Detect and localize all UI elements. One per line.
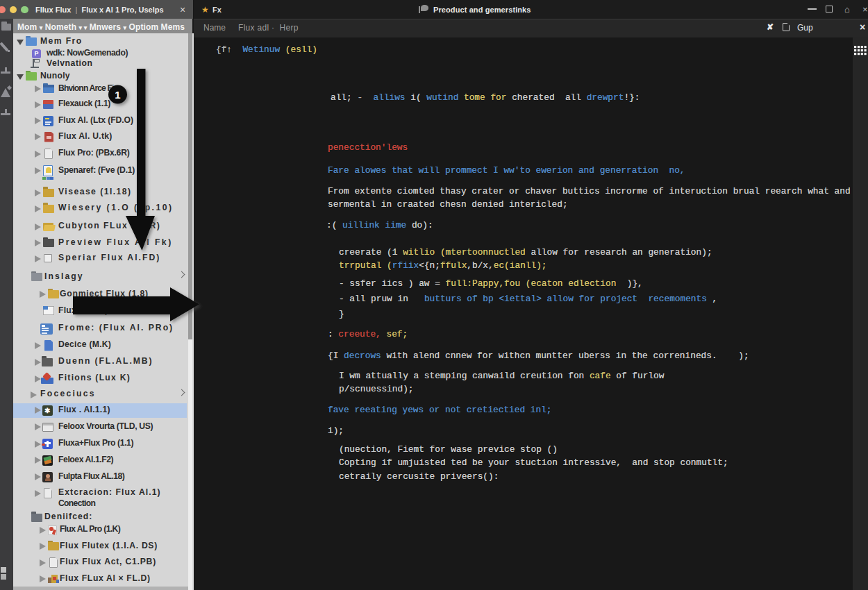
svg-text:1: 1 — [115, 89, 120, 101]
